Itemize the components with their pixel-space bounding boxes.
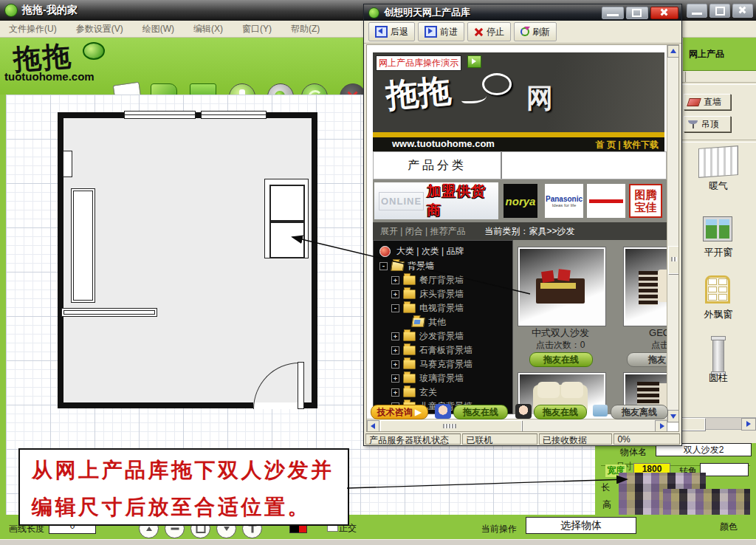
tab-online-products[interactable]: 网上产品	[683, 38, 756, 71]
menu-file[interactable]: 文件操作(U)	[9, 23, 57, 35]
main-minimize-button[interactable]	[687, 4, 707, 18]
tree-toggle[interactable]: +	[391, 388, 399, 397]
color-label: 颜色	[720, 521, 738, 533]
refresh-button[interactable]: 刷新	[514, 22, 557, 41]
sidebar-scroll-thumb[interactable]	[681, 418, 705, 431]
tree-toggle[interactable]: +	[391, 276, 399, 284]
join-supplier-label: 加盟供货商	[427, 182, 498, 220]
floorplan-sofa[interactable]	[264, 179, 309, 258]
floorplan-door-leaf[interactable]	[298, 362, 304, 409]
main-close-button[interactable]	[732, 4, 753, 18]
banner-logo-text: 拖拖	[385, 69, 453, 117]
folder-icon	[403, 346, 416, 355]
horizontal-scroll-thumb[interactable]	[380, 420, 522, 432]
tree-item-root[interactable]: - 背景墙	[379, 260, 434, 272]
menu-help[interactable]: 帮助(Z)	[291, 23, 320, 35]
tree-toggle[interactable]: -	[391, 304, 399, 312]
scroll-left-button[interactable]	[367, 420, 379, 432]
pwin-close-button[interactable]	[650, 7, 678, 19]
floorplan-table[interactable]	[61, 308, 157, 317]
join-supplier-banner[interactable]: ONLINE 加盟供货商	[374, 182, 498, 219]
current-op-label: 当前操作	[481, 523, 517, 535]
floorplan-cabinet[interactable]	[71, 188, 95, 303]
menu-settings[interactable]: 参数设置(V)	[76, 23, 123, 35]
tree-toggle[interactable]: -	[379, 262, 388, 270]
current-op-field[interactable]: 选择物体	[526, 517, 636, 534]
banner-nav-links[interactable]: 首 页 | 软件下载	[596, 139, 659, 151]
tree-item[interactable]: + 餐厅背景墙	[391, 274, 464, 287]
stop-button[interactable]: 停止	[467, 22, 511, 41]
banner-footer: www.tuotuohome.com 首 页 | 软件下载	[373, 137, 664, 151]
radiator-icon[interactable]	[698, 145, 738, 178]
tree-item-other[interactable]: 其他	[412, 316, 446, 329]
product-name[interactable]: GEO双	[624, 326, 667, 340]
ceiling-button[interactable]: 吊顶	[684, 116, 731, 132]
back-button[interactable]: 后退	[368, 22, 415, 41]
product-library-window: 创想明天网上产品库 后退 前进 停止 刷新 网上产品库操作演示 拖拖 网	[363, 4, 682, 446]
brand-panasonic[interactable]: Panasonic Ideas for life	[545, 184, 583, 218]
scroll-down-button[interactable]	[667, 410, 679, 422]
straight-wall-button[interactable]: 直墙	[684, 94, 731, 110]
object-name-label: 物体名	[620, 446, 647, 459]
tree-item[interactable]: + 玄关	[391, 386, 437, 399]
tree-item[interactable]: + 玻璃背景墙	[391, 372, 464, 385]
tree-toggle[interactable]: +	[391, 332, 399, 340]
folder-icon	[403, 289, 416, 299]
tree-item[interactable]: + 沙发背景墙	[391, 330, 464, 343]
floorplan-wall-opening[interactable]	[63, 151, 72, 177]
column-icon[interactable]	[712, 339, 724, 373]
pwin-maximize-button[interactable]	[626, 7, 648, 19]
product-window-title: 创想明天网上产品库	[384, 6, 470, 19]
product-image-chinese-sofa[interactable]	[518, 247, 605, 326]
category-header-row: 产品分类	[373, 151, 667, 179]
banner-site-url[interactable]: www.tuotuohome.com	[392, 138, 495, 149]
friend-online-button-2[interactable]: 拖友在线	[534, 405, 587, 419]
forward-button[interactable]: 前进	[418, 22, 464, 41]
main-restore-button[interactable]	[709, 4, 730, 18]
vertical-scrollbar[interactable]	[667, 45, 679, 423]
brand-innovation[interactable]	[587, 184, 625, 218]
floorplan-room[interactable]	[58, 112, 317, 408]
refresh-page-icon	[520, 27, 529, 36]
brand-tuteng-seal[interactable]: 图腾 宝佳	[629, 184, 662, 218]
friend-online-button[interactable]: 拖友在线	[529, 352, 593, 367]
tree-header[interactable]: 大类 | 次类 | 品牌	[396, 245, 464, 258]
friend-offline-button[interactable]: 拖友	[627, 352, 667, 367]
scroll-right-button[interactable]	[655, 420, 667, 432]
floorplan-window-1[interactable]	[124, 111, 196, 119]
filter-links[interactable]: 展开 | 闭合 | 推荐产品	[380, 225, 466, 238]
tree-toggle[interactable]: +	[391, 374, 399, 383]
menu-draw[interactable]: 绘图(W)	[142, 23, 174, 35]
product-image-geo-sofa[interactable]	[624, 247, 667, 326]
vertical-scroll-thumb[interactable]	[668, 246, 679, 274]
menu-window[interactable]: 窗口(Y)	[242, 23, 272, 35]
play-demo-icon[interactable]	[467, 55, 481, 68]
floorplan-window-2[interactable]	[201, 111, 267, 119]
tree-item[interactable]: - 电视背景墙	[391, 302, 464, 315]
tree-toggle[interactable]: +	[391, 360, 399, 369]
scroll-up-button[interactable]	[667, 45, 679, 58]
friend-online-button-1[interactable]: 拖友在线	[453, 405, 508, 419]
product-window-toolbar: 后退 前进 停止 刷新	[364, 21, 681, 44]
menu-edit[interactable]: 编辑(X)	[193, 23, 223, 35]
pwin-minimize-button[interactable]	[602, 7, 624, 19]
bay-window-icon[interactable]	[705, 275, 730, 304]
casement-window-icon[interactable]	[703, 216, 732, 241]
friend-offline-button-2[interactable]: 拖友离线	[611, 405, 668, 419]
tech-support-button[interactable]: 技术咨询 ▶	[371, 405, 428, 419]
tree-item[interactable]: + 石膏板背景墙	[391, 344, 472, 357]
site-banner: 网上产品库操作演示 拖拖 网 www.tuotuohome.com 首 页 | …	[373, 52, 664, 151]
annotation-line-2: 编辑尺寸后放至合适位置。	[32, 491, 348, 524]
tree-toggle[interactable]: +	[391, 346, 399, 354]
angle-field[interactable]	[700, 463, 749, 476]
banner-logo-suffix: 网	[526, 80, 553, 117]
product-name[interactable]: 中式双人沙发	[518, 326, 602, 340]
tree-item[interactable]: + 床头背景墙	[391, 288, 464, 301]
height-label: 高	[602, 498, 611, 511]
brand-norya[interactable]: norya	[504, 184, 537, 218]
app-screen: 拖拖-我的家 文件操作(U) 参数设置(V) 绘图(W) 编辑(X) 窗口(Y)…	[0, 0, 756, 545]
sidebar-scroll-right-arrow[interactable]	[741, 418, 756, 431]
tree-item[interactable]: + 马赛克背景墙	[391, 358, 472, 371]
tree-toggle[interactable]: +	[391, 290, 399, 298]
horizontal-scrollbar[interactable]	[367, 419, 667, 432]
